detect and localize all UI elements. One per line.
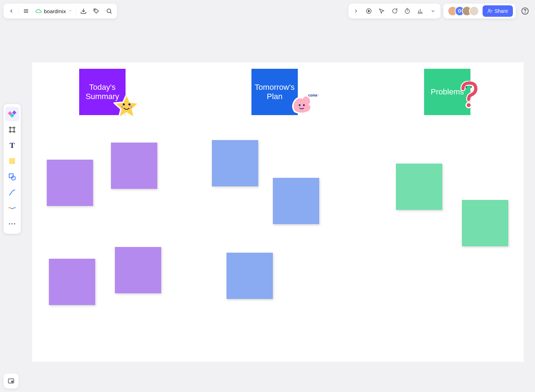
svg-point-30 [9, 223, 10, 225]
sticky-note[interactable] [111, 143, 157, 189]
sticky-note-tool[interactable] [5, 154, 19, 168]
chevron-down-icon [68, 8, 72, 14]
more-tools-button[interactable] [428, 6, 438, 16]
svg-point-36 [123, 103, 125, 105]
muscle-sticker[interactable]: come on [287, 90, 319, 119]
svg-marker-35 [114, 94, 139, 118]
svg-line-6 [110, 12, 112, 14]
svg-point-43 [467, 103, 471, 107]
pointer-button[interactable] [376, 6, 387, 16]
svg-marker-8 [368, 10, 370, 12]
brand-dropdown[interactable]: boardmix [32, 5, 75, 17]
sticky-note[interactable] [226, 253, 273, 299]
tool-sidebar: T [4, 104, 21, 234]
svg-rect-28 [9, 174, 13, 178]
canvas[interactable]: Today's Summary Tomorrow's Plan Problems… [32, 62, 524, 362]
sticky-note[interactable] [49, 259, 95, 305]
minimap-toggle[interactable] [4, 373, 19, 388]
comment-button[interactable] [389, 6, 400, 16]
sticky-note[interactable] [273, 178, 319, 224]
avatar-stack[interactable]: O [448, 6, 479, 16]
top-left-toolbar: boardmix [4, 4, 117, 19]
sticky-note[interactable] [462, 200, 508, 246]
svg-rect-34 [11, 381, 13, 382]
ai-tool[interactable] [5, 107, 19, 121]
svg-point-40 [299, 104, 301, 106]
separator [76, 7, 76, 15]
cloud-sync-icon [35, 8, 42, 14]
svg-point-44 [465, 86, 467, 88]
more-tools[interactable] [5, 217, 19, 231]
top-right-toolbar: O Share [348, 4, 531, 19]
view-tools-group [348, 4, 440, 19]
text-tool[interactable]: T [5, 138, 19, 153]
download-button[interactable] [77, 5, 90, 17]
question-sticker[interactable] [459, 81, 480, 111]
svg-point-41 [303, 104, 305, 106]
menu-button[interactable] [20, 5, 32, 17]
sticker-text: come on [308, 93, 319, 97]
separator [19, 7, 19, 15]
shape-tool[interactable] [5, 170, 19, 184]
frame-tool[interactable] [5, 123, 19, 137]
search-button[interactable] [103, 5, 116, 17]
tag-button[interactable] [90, 5, 103, 17]
svg-point-37 [128, 103, 131, 105]
brand-name: boardmix [44, 8, 66, 14]
svg-point-45 [470, 86, 472, 88]
present-button[interactable] [363, 6, 374, 16]
avatar[interactable] [469, 6, 479, 16]
collab-group: O Share [443, 4, 516, 19]
sticky-note[interactable] [115, 247, 161, 293]
connector-tool[interactable] [5, 201, 19, 215]
back-button[interactable] [5, 5, 18, 17]
svg-point-39 [130, 106, 132, 108]
svg-point-20 [525, 12, 525, 13]
svg-point-32 [14, 223, 15, 225]
share-label: Share [495, 8, 508, 14]
expand-panel-button[interactable] [351, 6, 361, 16]
svg-point-38 [121, 106, 123, 108]
svg-point-4 [95, 10, 95, 10]
charts-button[interactable] [415, 6, 426, 16]
star-sticker[interactable] [112, 92, 141, 122]
svg-point-31 [11, 223, 13, 225]
share-button[interactable]: Share [483, 5, 513, 17]
help-button[interactable] [519, 5, 531, 17]
sticky-note[interactable] [47, 160, 93, 206]
line-tool[interactable] [5, 185, 19, 200]
svg-point-16 [488, 9, 490, 11]
svg-point-5 [107, 9, 111, 13]
sticky-note[interactable] [396, 164, 442, 210]
timer-button[interactable] [402, 6, 413, 16]
sticky-note[interactable] [212, 140, 258, 186]
